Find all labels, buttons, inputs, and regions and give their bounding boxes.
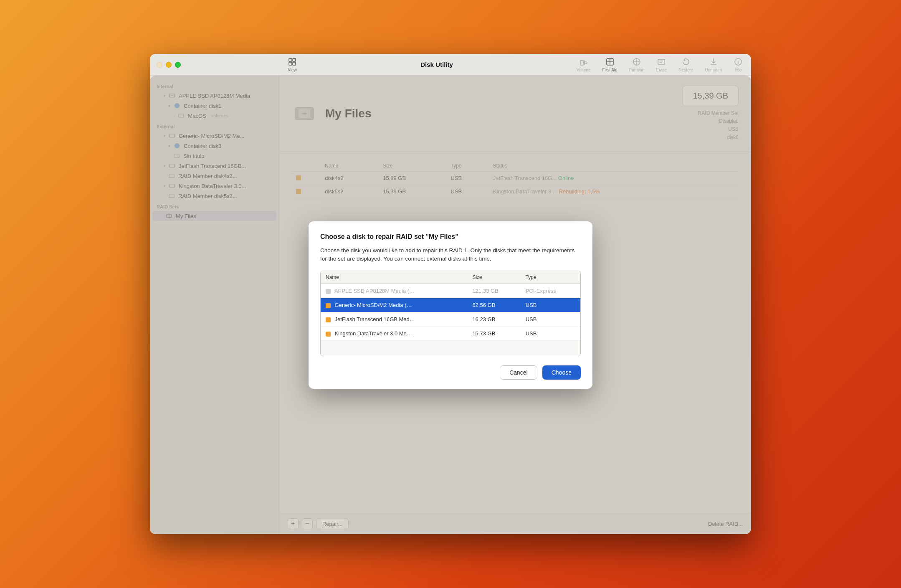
modal-col-type: Type [521, 271, 580, 284]
modal-cell-type: PCI-Express [521, 284, 580, 298]
first-aid-button[interactable]: First Aid [602, 57, 617, 72]
modal-table-row[interactable]: Kingston DataTraveler 3.0 Me… 15,73 GB U… [321, 327, 580, 341]
modal-cell-type: USB [521, 298, 580, 312]
app-title: Disk Utility [420, 61, 453, 68]
svg-rect-1 [293, 58, 296, 61]
info-label: Info [735, 68, 742, 72]
erase-label: Erase [656, 68, 667, 72]
modal-cell-size: 15,73 GB [467, 327, 520, 341]
modal-title: Choose a disk to repair RAID set "My Fil… [320, 233, 581, 241]
traffic-lights [157, 62, 181, 68]
choose-button[interactable]: Choose [542, 365, 581, 380]
svg-rect-2 [289, 62, 292, 65]
info-button[interactable]: Info [734, 57, 743, 72]
modal-table-row[interactable]: APPLE SSD AP0128M Media (… 121,33 GB PCI… [321, 284, 580, 298]
restore-button[interactable]: Restore [678, 57, 693, 72]
modal-table-row[interactable]: JetFlash Transcend 16GB Med… 16,23 GB US… [321, 312, 580, 327]
modal-cell-size: 121,33 GB [467, 284, 520, 298]
view-label: View [288, 68, 297, 72]
modal-cell-size: 62,56 GB [467, 298, 520, 312]
modal-cell-size: 16,23 GB [467, 312, 520, 327]
volume-label: Volume [577, 68, 590, 72]
restore-label: Restore [678, 68, 693, 72]
modal-buttons: Cancel Choose [320, 365, 581, 380]
modal-overlay: Choose a disk to repair RAID set "My Fil… [150, 76, 751, 534]
unmount-button[interactable]: Unmount [705, 57, 722, 72]
modal-description: Choose the disk you would like to add to… [320, 246, 581, 264]
modal-cell-type: USB [521, 312, 580, 327]
maximize-button[interactable] [175, 62, 181, 68]
toolbar-actions: Volume First Aid Par [577, 57, 743, 72]
erase-button[interactable]: Erase [656, 57, 667, 72]
modal-cell-name: Generic- MicroSD/M2 Media (… [321, 298, 467, 312]
minimize-button[interactable] [166, 62, 172, 68]
modal-col-size: Size [467, 271, 520, 284]
modal-cell-name: Kingston DataTraveler 3.0 Me… [321, 327, 467, 341]
modal-cell-name: JetFlash Transcend 16GB Med… [321, 312, 467, 327]
modal-cell-type: USB [521, 327, 580, 341]
svg-rect-3 [293, 62, 296, 65]
first-aid-label: First Aid [602, 68, 617, 72]
main-window: View Disk Utility Volume [150, 54, 751, 534]
toolbar: View Disk Utility Volume [279, 54, 751, 75]
modal-col-name: Name [321, 271, 467, 284]
modal-table-wrapper: Name Size Type APPLE SSD AP0128M Media (… [320, 271, 581, 356]
cancel-button[interactable]: Cancel [500, 365, 537, 380]
svg-rect-7 [658, 59, 665, 64]
unmount-label: Unmount [705, 68, 722, 72]
modal-empty-row [321, 341, 580, 356]
window-body: Internal ▾ APPLE SSD AP0128M Media ▾ Con… [150, 76, 751, 534]
partition-label: Partition [629, 68, 645, 72]
modal-dialog: Choose a disk to repair RAID set "My Fil… [309, 221, 592, 389]
titlebar: View Disk Utility Volume [150, 54, 751, 76]
modal-table-row[interactable]: Generic- MicroSD/M2 Media (… 62,56 GB US… [321, 298, 580, 312]
modal-cell-name: APPLE SSD AP0128M Media (… [321, 284, 467, 298]
svg-rect-4 [580, 61, 583, 65]
svg-rect-0 [289, 58, 292, 61]
view-button[interactable]: View [288, 57, 297, 72]
partition-button[interactable]: Partition [629, 57, 645, 72]
modal-table: Name Size Type APPLE SSD AP0128M Media (… [321, 271, 580, 356]
volume-button[interactable]: Volume [577, 57, 590, 72]
close-button[interactable] [157, 62, 162, 68]
